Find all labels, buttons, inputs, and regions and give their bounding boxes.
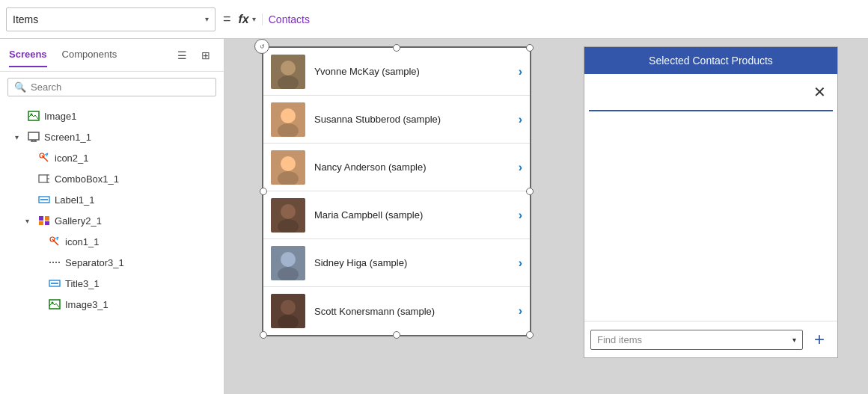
tree-item-label: Image1 [44,111,76,122]
panel-tabs: Screens Components ☰ ⊞ [0,39,224,72]
gallery-item-chevron-icon: › [519,161,522,174]
contact-name: Sidney Higa (sample) [314,257,519,268]
gallery-icon [37,214,51,227]
gallery-item[interactable]: Sidney Higa (sample)› [263,239,530,287]
gallery-items-container: Yvonne McKay (sample)›Susanna Stubberod … [263,48,530,335]
svg-point-1 [31,114,33,116]
gallery-item-chevron-icon: › [519,304,522,318]
gallery-widget: ↺ Yvonne McKay (sample)›Susanna Stubbero… [262,46,531,336]
svg-point-27 [281,108,296,123]
icon2-icon [48,235,61,248]
fx-area: fx ▾ [239,13,256,26]
contact-panel-body [584,111,837,321]
search-input[interactable] [31,81,210,93]
tree-item-label: Screen1_1 [44,132,91,143]
contact-name: Nancy Anderson (sample) [314,161,519,173]
search-box[interactable]: 🔍 [7,78,216,96]
svg-rect-15 [39,221,43,225]
gallery-item[interactable]: Scott Konersmann (sample)› [263,287,530,335]
contact-avatar [271,102,305,137]
tree-item-title3_1[interactable]: Title3_1 [0,273,224,294]
left-panel: Screens Components ☰ ⊞ 🔍 Image1▾Screen1_… [0,39,224,394]
tree-item-screen1_1[interactable]: ▾Screen1_1 [0,126,224,147]
find-items-dropdown[interactable]: Find items ▾ [590,330,803,350]
tree-item-label: Image3_1 [65,299,109,310]
svg-rect-14 [45,216,49,221]
tree-item-icon2_1[interactable]: icon2_1 [0,147,224,168]
gallery-item-chevron-icon: › [519,209,522,222]
tab-components[interactable]: Components [62,43,117,67]
find-items-chevron-icon: ▾ [792,336,796,344]
close-button[interactable]: ✕ [806,79,833,105]
svg-rect-7 [39,175,47,182]
gallery-item[interactable]: Nancy Anderson (sample)› [263,144,530,191]
contact-avatar [271,294,305,328]
resize-handle-top-right[interactable] [526,44,534,52]
main-area: Screens Components ☰ ⊞ 🔍 Image1▾Screen1_… [0,39,868,394]
svg-point-24 [281,61,296,76]
tree-item-image1[interactable]: Image1 [0,105,224,126]
tree-item-label1_1[interactable]: Label1_1 [0,189,224,210]
tree-item-image3_1[interactable]: Image3_1 [0,294,224,315]
resize-handle-top-mid[interactable] [393,44,400,52]
contact-panel: Selected Contact Products ✕ Find items ▾… [584,46,838,358]
svg-point-39 [281,300,296,315]
svg-point-30 [281,156,296,171]
gallery-item[interactable]: Susanna Stubberod (sample)› [263,96,530,144]
tree-item-icon1_1[interactable]: icon1_1 [0,231,224,252]
gallery-item[interactable]: Yvonne McKay (sample)› [263,48,530,96]
contact-name: Maria Campbell (sample) [314,209,519,221]
canvas: ↺ Yvonne McKay (sample)›Susanna Stubbero… [224,39,868,394]
screen-icon [27,130,40,144]
resize-handle-mid-left[interactable] [260,188,267,195]
fx-chevron-icon[interactable]: ▾ [252,15,256,23]
list-view-icon[interactable]: ☰ [173,46,191,64]
gallery-item-chevron-icon: › [519,256,522,270]
svg-rect-2 [28,132,39,140]
combo-icon [37,172,51,185]
svg-rect-16 [45,221,49,225]
contact-avatar [271,198,305,233]
gallery-item-chevron-icon: › [519,113,522,126]
tree-item-label: Label1_1 [55,194,95,206]
label-icon [48,277,61,290]
tab-screens[interactable]: Screens [9,43,47,67]
tree-expand-icon[interactable]: ▾ [15,133,25,141]
add-icon: + [814,329,825,350]
equals-symbol: = [223,11,231,27]
tree-item-gallery2_1[interactable]: ▾Gallery2_1 [0,210,224,231]
formula-bar[interactable]: Contacts [262,13,310,25]
contact-avatar [271,55,305,89]
find-items-label: Find items [597,334,642,345]
tree-item-separator3_1[interactable]: Separator3_1 [0,252,224,273]
tab-icons: ☰ ⊞ [173,46,215,64]
svg-point-22 [52,302,54,304]
contact-avatar [271,150,305,185]
resize-handle-bot-left[interactable] [260,331,267,339]
image-icon [27,109,40,123]
toolbar: Items ▾ = fx ▾ Contacts [0,0,868,39]
items-chevron-icon: ▾ [205,15,209,23]
rotate-handle[interactable]: ↺ [254,39,269,54]
add-button[interactable]: + [807,327,831,351]
tree-expand-icon[interactable]: ▾ [25,217,36,225]
svg-point-33 [281,204,296,219]
resize-handle-mid-right[interactable] [526,188,534,195]
grid-view-icon[interactable]: ⊞ [197,46,215,64]
resize-handle-bot-mid[interactable] [393,331,400,339]
gallery-item[interactable]: Maria Campbell (sample)› [263,191,530,239]
icon2-icon [37,151,51,164]
fx-icon: fx [239,13,249,26]
contact-panel-footer: Find items ▾ + [584,321,837,357]
gallery-item-chevron-icon: › [519,65,522,79]
image-icon [48,298,61,311]
contact-name: Scott Konersmann (sample) [314,306,519,317]
contact-avatar [271,246,305,280]
svg-point-36 [281,252,296,267]
tree-item-combobox1_1[interactable]: ComboBox1_1 [0,168,224,189]
tree-item-label: ComboBox1_1 [55,173,119,185]
tree-item-label: icon1_1 [65,236,100,247]
component-tree: Image1▾Screen1_1icon2_1ComboBox1_1Label1… [0,102,224,394]
resize-handle-bot-right[interactable] [526,331,534,339]
items-dropdown[interactable]: Items ▾ [6,7,216,31]
